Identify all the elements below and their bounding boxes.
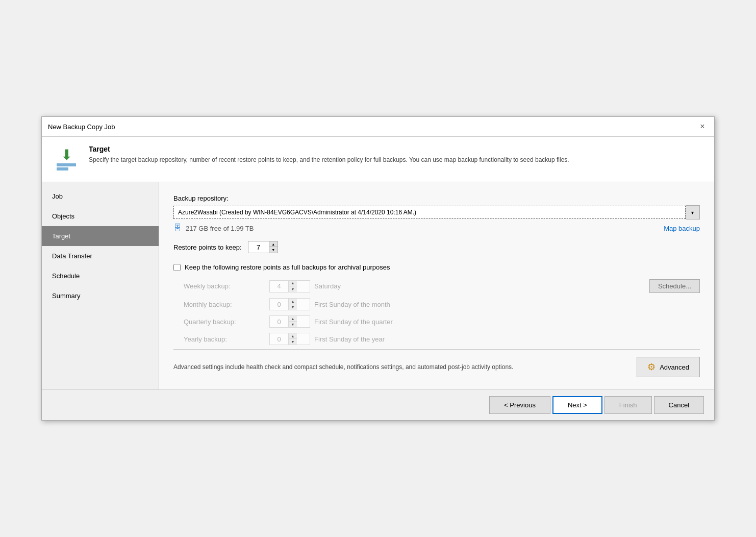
monthly-spinner-buttons: ▲ ▼: [288, 299, 297, 310]
quarterly-spinner-buttons: ▲ ▼: [288, 316, 297, 327]
footer: < Previous Next > Finish Cancel: [42, 389, 714, 420]
gear-icon: ⚙: [647, 361, 656, 373]
quarterly-spinner: ▲ ▼: [269, 315, 310, 328]
schedule-button[interactable]: Schedule...: [649, 279, 700, 293]
backup-repository-label: Backup repository:: [173, 194, 700, 202]
repository-input[interactable]: [173, 206, 686, 219]
header-area: ⬇ Target Specify the target backup repos…: [42, 137, 714, 182]
restore-points-spinner-buttons: ▲ ▼: [269, 241, 278, 253]
restore-points-label: Restore points to keep:: [173, 243, 242, 251]
weekly-label: Weekly backup:: [184, 282, 265, 290]
weekly-spinner: ▲ ▼: [269, 280, 310, 292]
cancel-button[interactable]: Cancel: [654, 396, 704, 414]
title-bar: New Backup Copy Job ×: [42, 117, 714, 137]
yearly-decrement[interactable]: ▼: [289, 339, 297, 345]
weekly-increment[interactable]: ▲: [289, 281, 297, 286]
quarterly-input[interactable]: [270, 316, 288, 327]
sidebar-item-objects[interactable]: Objects: [42, 206, 159, 226]
archival-grid: Weekly backup: ▲ ▼ Saturday Schedule... …: [184, 279, 700, 345]
dialog: New Backup Copy Job × ⬇ Target Specify t…: [41, 116, 715, 421]
main-body: Job Objects Target Data Transfer Schedul…: [42, 182, 714, 389]
bar1: [57, 163, 76, 166]
yearly-spinner-buttons: ▲ ▼: [288, 333, 297, 345]
monthly-increment[interactable]: ▲: [289, 299, 297, 304]
advanced-button-label: Advanced: [660, 363, 689, 371]
sidebar-item-summary[interactable]: Summary: [42, 286, 159, 306]
database-icon: 🗄: [173, 224, 182, 233]
quarterly-decrement[interactable]: ▼: [289, 322, 297, 327]
archival-checkbox-row: Keep the following restore points as ful…: [173, 263, 700, 271]
sidebar-item-schedule[interactable]: Schedule: [42, 266, 159, 286]
finish-button[interactable]: Finish: [604, 396, 652, 414]
header-text: Target Specify the target backup reposit…: [89, 145, 569, 164]
restore-points-spinner: ▲ ▼: [248, 241, 278, 253]
yearly-label: Yearly backup:: [184, 335, 265, 343]
quarterly-label: Quarterly backup:: [184, 318, 265, 326]
free-space-text: 217 GB free of 1.99 TB: [186, 225, 254, 232]
monthly-desc: First Sunday of the month: [314, 301, 625, 308]
monthly-input[interactable]: [270, 299, 288, 310]
yearly-input[interactable]: [270, 333, 288, 345]
restore-points-increment[interactable]: ▲: [269, 241, 278, 247]
sidebar-item-target[interactable]: Target: [42, 226, 159, 246]
header-description: Specify the target backup repository, nu…: [89, 155, 569, 164]
free-space-info: 🗄 217 GB free of 1.99 TB: [173, 224, 254, 233]
advanced-button[interactable]: ⚙ Advanced: [637, 357, 700, 377]
next-button[interactable]: Next >: [552, 396, 602, 414]
archival-checkbox-label[interactable]: Keep the following restore points as ful…: [185, 263, 390, 271]
advanced-description: Advanced settings include health check a…: [173, 362, 513, 372]
advanced-section: Advanced settings include health check a…: [173, 349, 700, 377]
sidebar-item-job[interactable]: Job: [42, 186, 159, 206]
header-bars-icon: [57, 163, 76, 170]
weekly-desc: Saturday: [314, 282, 625, 290]
weekly-input[interactable]: [270, 281, 288, 292]
free-space-row: 🗄 217 GB free of 1.99 TB Map backup: [173, 224, 700, 233]
sidebar: Job Objects Target Data Transfer Schedul…: [42, 182, 159, 389]
close-button[interactable]: ×: [697, 121, 708, 132]
header-icon: ⬇: [52, 145, 81, 174]
header-title: Target: [89, 145, 569, 153]
monthly-label: Monthly backup:: [184, 301, 265, 308]
monthly-spinner: ▲ ▼: [269, 298, 310, 310]
archival-checkbox[interactable]: [173, 264, 181, 271]
repository-dropdown-button[interactable]: ▾: [686, 205, 700, 219]
previous-button[interactable]: < Previous: [489, 396, 550, 414]
dialog-title: New Backup Copy Job: [48, 123, 115, 131]
yearly-increment[interactable]: ▲: [289, 333, 297, 339]
download-arrow-icon: ⬇: [61, 148, 72, 162]
restore-points-input[interactable]: [248, 241, 269, 253]
yearly-desc: First Sunday of the year: [314, 335, 625, 343]
sidebar-item-data-transfer[interactable]: Data Transfer: [42, 246, 159, 266]
monthly-decrement[interactable]: ▼: [289, 304, 297, 310]
content-area: Backup repository: ▾ 🗄 217 GB free of 1.…: [159, 182, 714, 389]
weekly-decrement[interactable]: ▼: [289, 286, 297, 292]
restore-points-row: Restore points to keep: ▲ ▼: [173, 241, 700, 253]
bar2: [57, 167, 68, 170]
restore-points-decrement[interactable]: ▼: [269, 247, 278, 253]
repo-row: ▾: [173, 205, 700, 219]
weekly-spinner-buttons: ▲ ▼: [288, 281, 297, 292]
yearly-spinner: ▲ ▼: [269, 333, 310, 345]
quarterly-increment[interactable]: ▲: [289, 316, 297, 322]
map-backup-link[interactable]: Map backup: [664, 225, 700, 232]
quarterly-desc: First Sunday of the quarter: [314, 318, 625, 326]
